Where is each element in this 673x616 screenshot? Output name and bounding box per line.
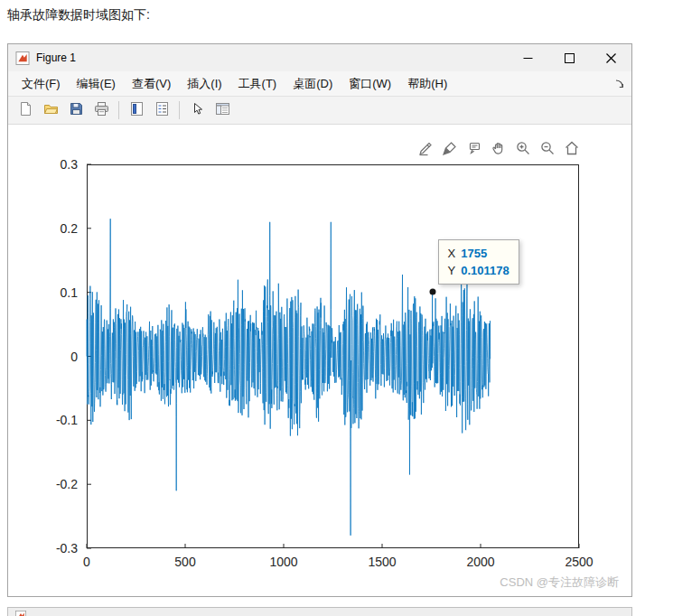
menu-item-help[interactable]: 帮助(H) [399,71,455,97]
signal-plot[interactable] [87,164,579,548]
next-window-fragment [7,607,632,616]
edit-plot-button[interactable] [185,98,209,122]
datatip-x-label: X [448,247,456,260]
signal-line [87,219,491,536]
home-icon [564,140,580,156]
x-tick-label: 1000 [269,555,297,569]
figure-window: Figure 1 文件(F) 编辑(E) 查看(V) 插入(I) 工具(T) 桌… [7,43,632,597]
zoom-out-button[interactable] [538,139,556,157]
menu-item-tools[interactable]: 工具(T) [230,71,285,97]
y-tick-label: -0.3 [56,541,78,555]
figure-toolbar [8,97,631,125]
zoom-in-icon [515,140,531,156]
x-tick-label: 2000 [466,555,494,569]
print-figure-button[interactable] [89,98,113,122]
window-titlebar[interactable]: Figure 1 [8,44,631,71]
maximize-icon [565,53,575,63]
save-figure-button[interactable] [64,98,88,122]
restore-view-button[interactable] [563,139,581,157]
menu-item-window[interactable]: 窗口(W) [341,71,399,97]
close-button[interactable] [590,44,631,71]
insert-legend-icon [154,101,170,120]
dock-figure-icon[interactable] [614,79,625,89]
datatip-tool-button[interactable] [465,139,483,157]
pen-icon [417,140,434,156]
property-inspector-icon [215,101,230,120]
zoom-in-button[interactable] [514,139,532,157]
figure-canvas: 05001000150020002500 -0.3-0.2-0.100.10.2… [8,125,631,596]
maximize-button[interactable] [548,44,590,71]
y-tick-label: -0.2 [56,477,78,491]
menu-item-edit[interactable]: 编辑(E) [69,71,124,97]
menu-bar: 文件(F) 编辑(E) 查看(V) 插入(I) 工具(T) 桌面(D) 窗口(W… [8,71,631,97]
datatip-y-row: Y0.101178 [448,262,509,279]
y-tick-label: 0.3 [61,157,78,172]
matlab-app-icon [15,611,26,616]
zoom-out-icon [539,140,556,156]
datatip-icon [466,140,482,156]
x-tick-label: 0 [83,555,90,569]
x-axis-tick-labels: 05001000150020002500 [87,548,579,570]
insert-colorbar-icon [129,101,145,120]
x-tick-label: 2500 [565,555,593,569]
menu-item-desktop[interactable]: 桌面(D) [285,71,341,97]
menu-item-insert[interactable]: 插入(I) [179,71,229,97]
edit-tool-button[interactable] [416,139,435,157]
save-figure-icon [69,101,84,120]
new-figure-button[interactable] [14,98,37,122]
toolbar-separator [118,101,119,119]
insert-colorbar-button[interactable] [125,98,148,122]
minimize-button[interactable] [507,44,548,71]
axes-toolbar [416,139,581,157]
x-tick-label: 500 [174,555,195,569]
brush-icon [442,140,458,156]
brush-tool-button[interactable] [441,139,459,157]
open-file-button[interactable] [39,98,62,122]
open-file-icon [43,101,59,120]
y-tick-label: -0.1 [56,413,78,427]
menu-item-view[interactable]: 查看(V) [124,71,179,97]
watermark: CSDN @专注故障诊断 [500,574,619,591]
datatip-x-row: X1755 [448,245,509,262]
datatip-marker[interactable] [429,288,435,294]
menu-item-file[interactable]: 文件(F) [14,71,69,97]
y-tick-label: 0.2 [61,221,78,236]
datatip-y-value: 0.101178 [461,264,509,277]
print-figure-icon [94,101,109,120]
plot-axes[interactable]: 05001000150020002500 -0.3-0.2-0.100.10.2… [87,164,579,548]
datatip-x-value: 1755 [461,247,487,260]
matlab-app-icon [15,51,30,65]
toolbar-separator [179,101,180,119]
edit-plot-icon [190,101,205,120]
property-inspector-button[interactable] [210,98,234,122]
pan-tool-button[interactable] [490,139,508,157]
minimize-icon [523,53,533,63]
close-icon [606,53,616,63]
x-tick-label: 1500 [368,555,396,569]
y-tick-label: 0.1 [61,285,78,300]
datatip-box[interactable]: X1755 Y0.101178 [438,239,519,285]
new-figure-icon [18,101,33,120]
intro-text: 轴承故障数据时域图如下: [7,7,150,23]
y-tick-label: 0 [70,350,78,364]
window-title: Figure 1 [36,51,76,64]
datatip-y-label: Y [448,264,456,277]
insert-legend-button[interactable] [150,98,173,122]
pan-hand-icon [491,140,507,156]
